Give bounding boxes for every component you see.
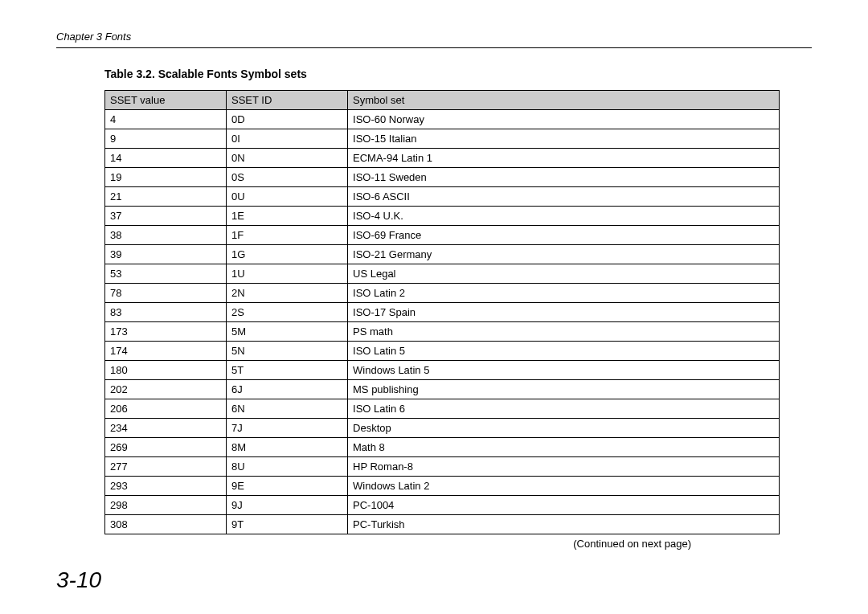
table-row: 381FISO-69 France	[105, 226, 780, 245]
table-row: 2347JDesktop	[105, 419, 780, 438]
cell-symbol-set: ISO-11 Sweden	[348, 168, 780, 187]
cell-symbol-set: ISO-17 Spain	[348, 303, 780, 322]
cell-sset-id: 2N	[227, 284, 348, 303]
cell-sset-id: 1F	[227, 226, 348, 245]
table-row: 2698MMath 8	[105, 438, 780, 457]
table-row: 3089TPC-Turkish	[105, 515, 780, 534]
cell-sset-id: 0U	[227, 187, 348, 207]
cell-symbol-set: ISO-6 ASCII	[348, 187, 780, 207]
cell-sset-id: 2S	[227, 303, 348, 322]
cell-symbol-set: Windows Latin 5	[348, 361, 780, 380]
cell-sset-value: 174	[105, 342, 227, 361]
cell-symbol-set: ISO-4 U.K.	[348, 207, 780, 226]
cell-sset-value: 173	[105, 322, 227, 342]
cell-sset-value: 9	[105, 129, 227, 149]
table-row: 1735MPS math	[105, 322, 780, 342]
table-row: 2989JPC-1004	[105, 496, 780, 515]
cell-symbol-set: ISO-15 Italian	[348, 129, 780, 149]
table-body: 40DISO-60 Norway90IISO-15 Italian140NECM…	[105, 110, 780, 534]
table-row: 90IISO-15 Italian	[105, 129, 780, 149]
cell-sset-value: 277	[105, 457, 227, 477]
cell-sset-value: 293	[105, 477, 227, 496]
table-row: 140NECMA-94 Latin 1	[105, 149, 780, 168]
cell-symbol-set: PC-Turkish	[348, 515, 780, 534]
cell-sset-id: 9E	[227, 477, 348, 496]
cell-symbol-set: ISO Latin 2	[348, 284, 780, 303]
table-row: 2026JMS publishing	[105, 380, 780, 399]
table-row: 371EISO-4 U.K.	[105, 207, 780, 226]
cell-sset-id: 5T	[227, 361, 348, 380]
cell-symbol-set: ISO Latin 5	[348, 342, 780, 361]
table-row: 782NISO Latin 2	[105, 284, 780, 303]
cell-sset-value: 39	[105, 245, 227, 264]
cell-symbol-set: Desktop	[348, 419, 780, 438]
cell-sset-id: 1E	[227, 207, 348, 226]
cell-sset-value: 269	[105, 438, 227, 457]
cell-sset-value: 37	[105, 207, 227, 226]
table-container: SSET value SSET ID Symbol set 40DISO-60 …	[104, 90, 780, 550]
col-header-symbol-set: Symbol set	[348, 91, 780, 110]
cell-sset-value: 308	[105, 515, 227, 534]
table-row: 531UUS Legal	[105, 264, 780, 284]
cell-sset-id: 6N	[227, 399, 348, 419]
cell-sset-id: 0I	[227, 129, 348, 149]
cell-sset-id: 1G	[227, 245, 348, 264]
cell-sset-id: 9J	[227, 496, 348, 515]
table-caption: Table 3.2. Scalable Fonts Symbol sets	[104, 68, 812, 80]
table-row: 1805TWindows Latin 5	[105, 361, 780, 380]
table-row: 2939EWindows Latin 2	[105, 477, 780, 496]
cell-sset-value: 19	[105, 168, 227, 187]
cell-sset-value: 4	[105, 110, 227, 129]
cell-sset-value: 14	[105, 149, 227, 168]
cell-symbol-set: HP Roman-8	[348, 457, 780, 477]
cell-sset-id: 8M	[227, 438, 348, 457]
cell-symbol-set: ISO-60 Norway	[348, 110, 780, 129]
table-row: 2066NISO Latin 6	[105, 399, 780, 419]
table-row: 190SISO-11 Sweden	[105, 168, 780, 187]
cell-sset-id: 5M	[227, 322, 348, 342]
table-header-row: SSET value SSET ID Symbol set	[105, 91, 780, 110]
table-row: 832SISO-17 Spain	[105, 303, 780, 322]
cell-sset-value: 78	[105, 284, 227, 303]
symbol-sets-table: SSET value SSET ID Symbol set 40DISO-60 …	[104, 90, 780, 534]
cell-symbol-set: Windows Latin 2	[348, 477, 780, 496]
cell-sset-value: 53	[105, 264, 227, 284]
table-row: 1745NISO Latin 5	[105, 342, 780, 361]
cell-symbol-set: ISO Latin 6	[348, 399, 780, 419]
col-header-sset-id: SSET ID	[227, 91, 348, 110]
document-page: Chapter 3 Fonts Table 3.2. Scalable Font…	[0, 0, 868, 614]
cell-symbol-set: US Legal	[348, 264, 780, 284]
page-number: 3-10	[56, 567, 101, 593]
table-row: 2778UHP Roman-8	[105, 457, 780, 477]
cell-sset-value: 83	[105, 303, 227, 322]
cell-symbol-set: ISO-21 Germany	[348, 245, 780, 264]
cell-sset-id: 6J	[227, 380, 348, 399]
cell-symbol-set: PS math	[348, 322, 780, 342]
cell-symbol-set: Math 8	[348, 438, 780, 457]
col-header-sset-value: SSET value	[105, 91, 227, 110]
cell-sset-id: 9T	[227, 515, 348, 534]
chapter-label: Chapter 3 Fonts	[56, 31, 131, 43]
continued-label: (Continued on next page)	[104, 538, 780, 550]
cell-sset-value: 38	[105, 226, 227, 245]
cell-symbol-set: ECMA-94 Latin 1	[348, 149, 780, 168]
table-row: 391GISO-21 Germany	[105, 245, 780, 264]
cell-sset-id: 0N	[227, 149, 348, 168]
cell-symbol-set: MS publishing	[348, 380, 780, 399]
cell-sset-id: 1U	[227, 264, 348, 284]
cell-sset-id: 8U	[227, 457, 348, 477]
page-header: Chapter 3 Fonts	[56, 29, 812, 48]
cell-symbol-set: ISO-69 France	[348, 226, 780, 245]
cell-sset-value: 298	[105, 496, 227, 515]
cell-sset-value: 202	[105, 380, 227, 399]
cell-sset-id: 7J	[227, 419, 348, 438]
table-row: 40DISO-60 Norway	[105, 110, 780, 129]
cell-sset-id: 0S	[227, 168, 348, 187]
cell-sset-value: 21	[105, 187, 227, 207]
cell-sset-value: 206	[105, 399, 227, 419]
cell-symbol-set: PC-1004	[348, 496, 780, 515]
table-row: 210UISO-6 ASCII	[105, 187, 780, 207]
cell-sset-id: 0D	[227, 110, 348, 129]
cell-sset-value: 234	[105, 419, 227, 438]
cell-sset-value: 180	[105, 361, 227, 380]
